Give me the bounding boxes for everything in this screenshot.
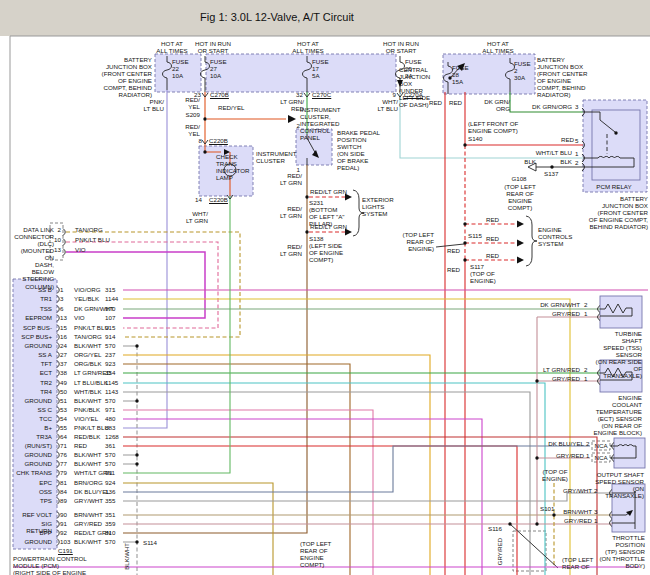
oss-wire-1-name: GRY/RED (538, 452, 584, 459)
hot-label-3: HOT AT ALL TIMES (286, 40, 330, 54)
pcm-row-wire: VIO (74, 314, 85, 321)
pcm-row-label: TR1 (14, 295, 52, 302)
ect-wire-1-pin: 1 (584, 375, 587, 382)
pcm-row-circuit: 570 (105, 451, 115, 458)
pcm-row-circuit: 480 (105, 415, 115, 422)
tss-sensor-label: TURBINE SHAFT SPEED (TSS) SENSOR (ON REA… (594, 330, 642, 379)
fuse-27-label: FUSE 27 10A (210, 58, 227, 79)
pcm-row-circuit: 1144 (105, 295, 118, 302)
pcm-row-circuit: 914 (105, 333, 115, 340)
dlc-pin: 13 (48, 246, 61, 253)
exterior-lights-label: EXTERIOR LIGHTS SYSTEM (362, 196, 394, 217)
pcm-row-label: CHK TRANS (14, 469, 52, 476)
pcm-row-label: TR4 (14, 388, 52, 395)
pcm-row-circuit: 971 (105, 406, 115, 413)
tp-wire-3-pin: 3 (594, 508, 597, 515)
pcm-row-label: SCP BUS+ (14, 333, 52, 340)
pcm-row-pin: 76 (60, 451, 67, 458)
dlc-wire: TAN/ORG (75, 226, 103, 233)
pcm-relay-label: PCM RELAY (588, 183, 640, 190)
red-yel-label-b: RED/ YEL (176, 123, 200, 137)
pcm-row-circuit: 315 (105, 286, 115, 293)
ect-wire-2-pin: 2 (584, 366, 587, 373)
pcm-row-pin: 84 (60, 488, 67, 495)
engine-controls-label: ENGINE CONTROLS SYSTEM (538, 226, 572, 247)
pcm-row-label: SS C (14, 406, 52, 413)
pcm-row-pin: 90 (60, 511, 67, 518)
tp-wire-2-name: GRY/WHT (546, 487, 592, 494)
red-yel-label-a: RED/ YEL (176, 96, 200, 110)
fuse-2-label: FUSE 2 30A (514, 60, 531, 81)
pcm-row-label: SS B (14, 286, 52, 293)
pcm-row-wire: BRN/ORG (74, 479, 103, 486)
pcm-row-label: TSS (14, 305, 52, 312)
pcm-row-pin: 27 (60, 351, 67, 358)
hot-label-4: HOT IN RUN OR START (377, 40, 425, 54)
pcm-row-wire: RED (74, 442, 87, 449)
pcm-row-circuit: 351 (105, 511, 115, 518)
ec-red-3: RED (486, 252, 499, 259)
tss-wire-2-name: DK GRN/WHT (534, 301, 580, 308)
red-lt-grn-arrow-1: RED/LT GRN (310, 188, 347, 195)
pcm-row-circuit: 883 (105, 424, 115, 431)
pcm-row-label: EPC (14, 479, 52, 486)
pcm-row-wire: YEL/BLK (74, 295, 99, 302)
tss-wire-1-name: GRY/RED (534, 310, 580, 317)
red-lt-grn-label-c: RED/ LT GRN (276, 243, 302, 257)
c270b-connector: C270B (210, 91, 229, 98)
icp-label: INSTRUMENT CLUSTER, INTEGRATED CONTROL P… (300, 106, 341, 141)
check-trans-lamp-label: CHECK TRANS INDICATOR LAMP (216, 153, 249, 181)
ect-wire-2-name: LT GRN/RED (534, 366, 580, 373)
relay-pin-5: 5 (575, 137, 578, 144)
pcm-row-pin: 49 (60, 379, 67, 386)
red-lt-grn-arrow-2: RED/LT GRN (310, 223, 347, 230)
pcm-row-pin: 92 (60, 529, 67, 536)
pcm-row-label: GROUND (14, 397, 52, 404)
red-label-1: RED (425, 99, 442, 106)
pcm-row-label: BPP (14, 529, 52, 536)
pcm-row-pin: 24 (60, 342, 67, 349)
s114-label: S114 (143, 539, 157, 546)
pcm-row-pin: 15 (60, 324, 67, 331)
pcm-row-pin: 103 (60, 538, 70, 545)
nca-tag-2: NCA (593, 454, 609, 461)
c220b-in-pin: 8 (190, 137, 202, 144)
pcm-row-label: SCP BUS- (14, 324, 52, 331)
pcm-row-pin: 3 (60, 295, 63, 302)
pcm-row-pin: 91 (60, 520, 67, 527)
pcm-row-wire: PNK/LT BLU (74, 424, 109, 431)
brake-switch-label: BRAKE PEDAL POSITION SWITCH (ON SIDE OF … (337, 129, 380, 171)
pcm-row-label: (RUN/ST) (14, 442, 52, 449)
ec-top-left-rear-label: (TOP LEFT REAR OF ENGINE) (398, 231, 434, 252)
c270a-connector: C270A (404, 91, 423, 98)
pcm-row-wire: ORG/YEL (74, 351, 102, 358)
blk-wht-vertical-label: BLK/WHT (124, 543, 130, 570)
c220b-out-pin: 14 (186, 196, 202, 203)
pcm-row-pin: 50 (60, 388, 67, 395)
s138-label: S138 (LEFT SIDE OF ENGINE COMPT) (309, 235, 343, 263)
pcm-row-label: GROUND (14, 538, 52, 545)
pcm-row-wire: BLK/WHT (74, 460, 102, 467)
pcm-row-label: TR2 (14, 379, 52, 386)
left-front-label: (LEFT FRONT OF ENGINE COMPT) (468, 120, 518, 134)
bottom-center-location: (TOP LEFT REAR OF ENGINE COMPT) (300, 540, 331, 568)
pcm-row-circuit: 810 (105, 529, 115, 536)
pcm-row-circuit: 359 (105, 520, 115, 527)
s116-label: S116 (488, 525, 502, 532)
pcm-row-label: TR3A (14, 433, 52, 440)
s137-label: S137 (544, 170, 558, 177)
pcm-row-circuit: 1268 (105, 433, 119, 440)
pcm-row-wire: GRY/WHT (74, 497, 103, 504)
pcm-row-circuit: 924 (105, 479, 115, 486)
pcm-row-label: B+ (14, 424, 52, 431)
pcm-row-pin: 16 (60, 333, 67, 340)
pcm-row-circuit: 570 (105, 342, 115, 349)
ect-wire-1-name: GRY/RED (534, 375, 580, 382)
oss-sensor-label: OUTPUT SHAFT SPEED SENSOR (ON TRANSAXLE) (594, 471, 644, 499)
pcm-row-circuit: 136 (105, 488, 115, 495)
c270c-connector: C270C (312, 91, 331, 98)
pcm-row-wire: VIO/YEL (74, 415, 98, 422)
pcm-row-circuit: 970 (105, 305, 115, 312)
blk-label-a: BLK (518, 158, 536, 165)
pcm-row-wire: BLK/WHT (74, 538, 102, 545)
